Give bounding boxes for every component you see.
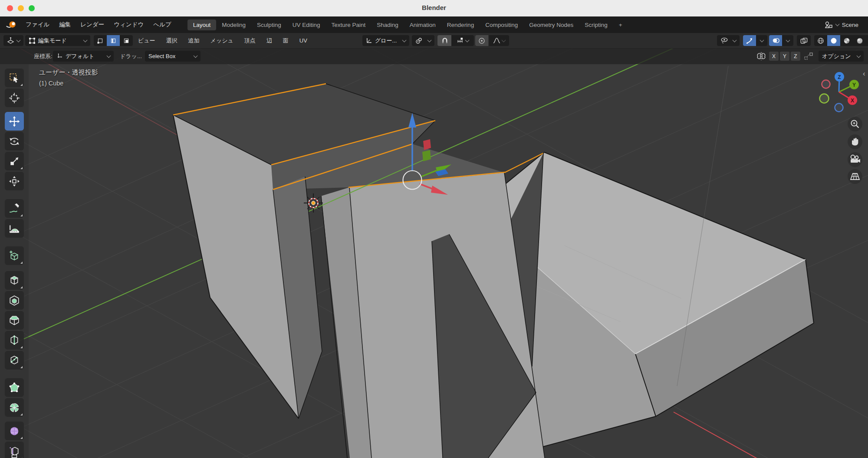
- visibility-dropdown[interactable]: [717, 35, 740, 46]
- snap-toggle[interactable]: [437, 35, 451, 46]
- camera-view-button[interactable]: [848, 152, 862, 167]
- chevron-down-icon: [835, 22, 839, 26]
- shading-dropdown[interactable]: [866, 35, 868, 46]
- ortho-grid-button[interactable]: [848, 169, 862, 184]
- tool-shrink-fatten[interactable]: [5, 455, 24, 458]
- mirror-x-button[interactable]: X: [769, 52, 779, 61]
- transform-orientation-dropdown[interactable]: グロー...: [362, 35, 409, 46]
- tool-smooth[interactable]: [5, 422, 24, 440]
- mirror-butterfly-icon[interactable]: [756, 52, 766, 61]
- tool-cursor[interactable]: [5, 88, 24, 107]
- tool-inset-faces[interactable]: [5, 291, 24, 310]
- nav-axis-z[interactable]: Z: [835, 72, 844, 82]
- falloff-dropdown[interactable]: [489, 35, 509, 46]
- tool-annotate[interactable]: [5, 199, 24, 218]
- pan-hand-button[interactable]: [848, 134, 862, 149]
- mirror-z-button[interactable]: Z: [791, 52, 800, 61]
- shading-material[interactable]: [840, 35, 853, 46]
- nav-axis-z-negative[interactable]: [835, 104, 843, 112]
- snap-target-dropdown[interactable]: [451, 35, 474, 46]
- tab-scripting[interactable]: Scripting: [579, 20, 613, 30]
- shading-wireframe[interactable]: [814, 35, 827, 46]
- show-gizmo-toggle[interactable]: [743, 35, 756, 46]
- tab-add-workspace[interactable]: +: [613, 20, 628, 30]
- menu-select[interactable]: 選択: [166, 35, 178, 47]
- tool-select-box[interactable]: [5, 69, 24, 87]
- snap-base-icon[interactable]: [804, 52, 813, 61]
- navigation-gizmo[interactable]: Z Y X: [814, 68, 866, 120]
- mode-dropdown[interactable]: 編集モード: [25, 35, 90, 46]
- menu-edit[interactable]: 編集: [54, 19, 76, 30]
- select-mode-face[interactable]: [120, 35, 133, 46]
- overlays-dropdown[interactable]: [782, 35, 793, 46]
- menu-edge[interactable]: 辺: [266, 35, 272, 47]
- menu-uv[interactable]: UV: [299, 35, 307, 46]
- chevron-down-icon: [465, 38, 470, 42]
- tool-poly-build[interactable]: [5, 378, 24, 397]
- menu-face[interactable]: 面: [283, 35, 289, 47]
- mirror-y-button[interactable]: Y: [780, 52, 789, 61]
- select-mode-vertex[interactable]: [94, 35, 107, 46]
- tool-add-cube[interactable]: [5, 246, 24, 265]
- tab-rendering[interactable]: Rendering: [441, 20, 480, 30]
- tool-loop-cut[interactable]: [5, 331, 24, 350]
- drag-mode-dropdown[interactable]: Select Box: [145, 51, 201, 62]
- options-dropdown[interactable]: オプション: [819, 51, 864, 62]
- tab-layout[interactable]: Layout: [187, 20, 217, 30]
- shading-solid[interactable]: [827, 35, 840, 46]
- scene-selector[interactable]: Scene: [824, 21, 868, 29]
- nav-axis-x-negative[interactable]: [822, 80, 830, 88]
- tool-move[interactable]: [5, 112, 24, 131]
- xray-toggle[interactable]: [797, 35, 811, 46]
- tool-measure[interactable]: [5, 219, 24, 238]
- editor-type-button[interactable]: [3, 35, 23, 46]
- tab-shading[interactable]: Shading: [371, 20, 404, 30]
- tool-knife[interactable]: [5, 351, 24, 370]
- magnet-icon: [441, 37, 448, 44]
- chevron-down-icon: [16, 38, 21, 42]
- tab-animation[interactable]: Animation: [404, 20, 441, 30]
- pivot-point-dropdown[interactable]: [412, 35, 434, 46]
- menu-add[interactable]: 追加: [188, 35, 200, 47]
- menu-window[interactable]: ウィンドウ: [109, 19, 148, 30]
- gizmo-dropdown[interactable]: [756, 35, 767, 46]
- tool-extrude-region[interactable]: [5, 271, 24, 290]
- select-mode-edge[interactable]: [107, 35, 120, 46]
- nav-axis-y-negative[interactable]: [820, 94, 829, 103]
- proportional-edit-group: [475, 35, 509, 46]
- options-label: オプション: [822, 52, 851, 60]
- tool-rotate[interactable]: [5, 132, 24, 150]
- viewport-canvas[interactable]: [0, 48, 868, 458]
- tool-spin[interactable]: [5, 398, 24, 417]
- tab-texture-paint[interactable]: Texture Paint: [326, 20, 371, 30]
- shading-rendered[interactable]: [853, 35, 866, 46]
- tool-scale[interactable]: [5, 152, 24, 170]
- blender-logo-icon[interactable]: [5, 20, 18, 29]
- show-overlays-toggle[interactable]: [769, 35, 782, 46]
- nav-axis-x[interactable]: X: [848, 95, 857, 105]
- tab-uv-editing[interactable]: UV Editing: [287, 20, 326, 30]
- menu-view[interactable]: ビュー: [138, 35, 155, 47]
- view-label: ユーザー・透視投影: [39, 69, 98, 77]
- falloff-curve-icon: [493, 37, 500, 44]
- menu-file[interactable]: ファイル: [21, 19, 54, 30]
- orientation-axes-icon: [366, 37, 372, 44]
- scene-icon: [824, 21, 833, 29]
- tab-compositing[interactable]: Compositing: [480, 20, 523, 30]
- wireframe-icon: [817, 37, 824, 44]
- coord-system-dropdown[interactable]: デフォルト: [53, 51, 114, 62]
- viewport-header: 編集モード ビュー 選択 追加 メッシュ 頂点 辺 面 UV グロー...: [0, 33, 868, 49]
- zoom-button[interactable]: [848, 117, 862, 131]
- menu-help[interactable]: ヘルプ: [148, 19, 176, 30]
- tab-modeling[interactable]: Modeling: [216, 20, 251, 30]
- select-mode-group: [94, 35, 133, 46]
- menu-render[interactable]: レンダー: [76, 19, 109, 30]
- menu-mesh[interactable]: メッシュ: [210, 35, 233, 47]
- nav-axis-y[interactable]: Y: [849, 80, 859, 89]
- tab-geometry-nodes[interactable]: Geometry Nodes: [523, 20, 579, 30]
- tool-transform[interactable]: [5, 172, 24, 190]
- proportional-edit-toggle[interactable]: [475, 35, 488, 46]
- tool-bevel[interactable]: [5, 311, 24, 330]
- menu-vertex[interactable]: 頂点: [244, 35, 256, 47]
- tab-sculpting[interactable]: Sculpting: [251, 20, 287, 30]
